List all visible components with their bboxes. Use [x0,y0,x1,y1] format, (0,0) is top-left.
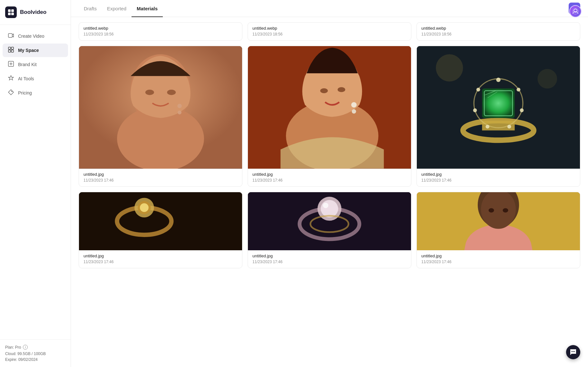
plan-info-icon[interactable]: i [23,345,28,350]
svg-rect-8 [11,50,14,52]
top-partial-row: untitled.webp 11/23/2023 18:56 untitled.… [79,22,580,41]
partial-card-1[interactable]: untitled.webp 11/23/2023 18:56 [79,22,242,41]
main-content: Drafts Exported Materials untitled.webp … [71,0,588,367]
card-5-name: untitled.jpg [252,253,407,258]
partial-card-3[interactable]: untitled.webp 11/23/2023 18:56 [416,22,580,41]
app-logo: Boolvideo [0,0,71,25]
partial-card-1-date: 11/23/2023 18:56 [83,32,238,36]
cards-row-1: untitled.jpg 11/23/2023 17:46 [79,46,580,187]
svg-point-65 [574,351,575,352]
user-avatar[interactable] [569,5,582,17]
svg-point-59 [489,208,494,212]
tabs-header: Drafts Exported Materials [71,0,588,17]
svg-rect-0 [8,9,11,12]
card-6-image [417,192,580,250]
sidebar-item-my-space-label: My Space [18,48,39,53]
card-1-image [79,46,242,169]
card-4[interactable]: untitled.jpg 11/23/2023 17:46 [79,192,242,268]
card-1-info: untitled.jpg 11/23/2023 17:46 [79,169,242,186]
card-1-date: 11/23/2023 17:46 [83,178,238,183]
svg-point-15 [167,90,176,95]
svg-point-51 [323,203,328,208]
svg-point-64 [573,351,574,352]
sidebar-item-pricing[interactable]: Pricing [3,86,68,100]
card-1[interactable]: untitled.jpg 11/23/2023 17:46 [79,46,242,187]
materials-content: untitled.webp 11/23/2023 18:56 untitled.… [71,17,588,367]
card-5[interactable]: untitled.jpg 11/23/2023 17:46 [248,192,411,268]
chat-button[interactable] [566,345,580,359]
card-2-image [248,46,411,169]
svg-point-17 [178,111,181,114]
svg-rect-2 [8,13,11,15]
card-2-name: untitled.jpg [252,172,407,177]
sidebar-item-brand-kit-label: Brand Kit [18,62,37,67]
svg-point-27 [537,69,557,89]
tab-materials[interactable]: Materials [132,0,163,17]
svg-point-35 [485,125,489,129]
sidebar-item-ai-tools-label: AI Tools [18,76,34,81]
svg-rect-6 [11,47,14,49]
card-2[interactable]: untitled.jpg 11/23/2023 17:46 [248,46,411,187]
svg-point-46 [140,203,149,212]
expire-label: Expire: 09/02/2024 [5,357,65,362]
svg-rect-7 [8,50,11,52]
logo-icon [5,6,17,18]
card-2-date: 11/23/2023 17:46 [252,178,407,183]
svg-point-10 [11,91,12,92]
card-5-info: untitled.jpg 11/23/2023 17:46 [248,250,411,268]
card-4-info: untitled.jpg 11/23/2023 17:46 [79,250,242,268]
svg-rect-3 [11,13,14,15]
svg-point-32 [517,88,521,92]
sidebar-item-ai-tools[interactable]: AI Tools [3,72,68,85]
svg-point-24 [352,109,356,114]
svg-rect-42 [79,192,242,250]
tab-exported[interactable]: Exported [102,0,132,17]
svg-rect-1 [11,9,14,12]
svg-point-14 [145,90,154,95]
card-5-date: 11/23/2023 17:46 [252,260,407,264]
svg-point-34 [507,125,511,129]
card-4-image [79,192,242,250]
svg-point-16 [177,104,181,108]
sidebar-item-pricing-label: Pricing [18,90,32,95]
tab-drafts[interactable]: Drafts [79,0,102,17]
sidebar-nav: Create Video My Space Brand Kit [0,25,71,339]
sidebar: Boolvideo Create Video My Space [0,0,71,367]
card-6-name: untitled.jpg [421,253,575,258]
svg-point-37 [476,88,480,92]
card-3-info: untitled.jpg 11/23/2023 17:46 [417,169,580,186]
sidebar-item-my-space[interactable]: My Space [3,44,68,57]
my-space-icon [8,47,14,54]
svg-point-21 [320,88,328,93]
cards-row-2: untitled.jpg 11/23/2023 17:46 [79,192,580,268]
svg-point-50 [321,200,338,217]
card-6[interactable]: untitled.jpg 11/23/2023 17:46 [416,192,580,268]
ai-tools-icon [8,75,14,82]
card-3-name: untitled.jpg [421,172,575,177]
svg-point-23 [351,102,357,108]
card-5-image [248,192,411,250]
svg-rect-4 [8,34,12,37]
partial-card-2-name: untitled.webp [252,26,407,31]
card-6-info: untitled.jpg 11/23/2023 17:46 [417,250,580,268]
pricing-icon [8,89,14,96]
card-3-image [417,46,580,169]
card-3[interactable]: untitled.jpg 11/23/2023 17:46 [416,46,580,187]
partial-card-2[interactable]: untitled.webp 11/23/2023 18:56 [248,22,411,41]
svg-point-22 [338,87,345,92]
partial-card-1-name: untitled.webp [83,26,238,31]
sidebar-item-brand-kit[interactable]: Brand Kit [3,58,68,71]
svg-point-26 [436,54,463,81]
plan-label: Plan: Pro [5,345,21,350]
app-name: Boolvideo [20,9,46,15]
sidebar-item-create-video[interactable]: Create Video [3,29,68,43]
svg-point-63 [572,351,573,352]
card-1-name: untitled.jpg [83,172,238,177]
card-3-date: 11/23/2023 17:46 [421,178,575,183]
card-4-date: 11/23/2023 17:46 [83,260,238,264]
svg-point-36 [473,108,477,112]
partial-card-3-date: 11/23/2023 18:56 [421,32,575,36]
card-4-name: untitled.jpg [83,253,238,258]
cloud-label: Cloud: 99.5GB / 100GB [5,352,65,356]
partial-card-3-name: untitled.webp [421,26,575,31]
